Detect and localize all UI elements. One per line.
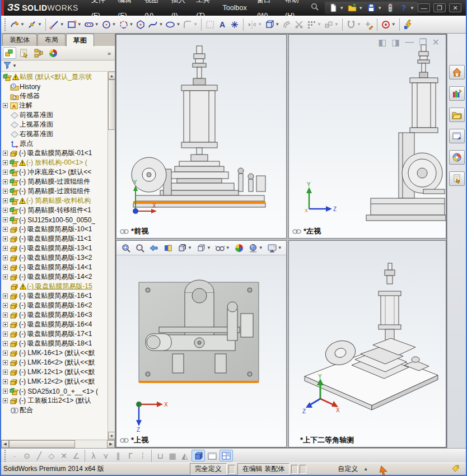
- tree-vertical-scrollbar[interactable]: ▲ ▼: [108, 72, 115, 440]
- close-button[interactable]: ✕: [449, 3, 461, 12]
- configurationmanager-tab[interactable]: [32, 47, 45, 59]
- point-button[interactable]: [228, 18, 241, 31]
- toolbar-grip[interactable]: [4, 449, 7, 463]
- save-button[interactable]: ▼: [365, 2, 383, 13]
- displaymanager-tab[interactable]: [46, 47, 60, 59]
- collinear-relation-button[interactable]: ╱: [33, 451, 45, 460]
- minimize-button[interactable]: —: [418, 3, 430, 12]
- tab-装配体[interactable]: 装配体: [2, 34, 37, 46]
- tree-item[interactable]: (-) 吸盘贴膜简易版-13<2: [1, 253, 108, 263]
- apply-scene-button[interactable]: ▼: [247, 242, 264, 254]
- doc-minimize-button[interactable]: —: [405, 37, 414, 48]
- tree-item[interactable]: 配合: [1, 405, 108, 415]
- tree-item[interactable]: (-) LMK-16<2> (默认<<默: [1, 358, 108, 367]
- tree-item[interactable]: A注解: [1, 101, 108, 110]
- expand-toggle[interactable]: [3, 389, 8, 394]
- fm-overflow-button[interactable]: »: [108, 50, 113, 57]
- expand-toggle[interactable]: [3, 189, 8, 194]
- expand-toggle[interactable]: [3, 322, 8, 327]
- smart-dimension-button[interactable]: ▼: [26, 18, 43, 31]
- tile-right-button[interactable]: ◨: [391, 37, 400, 48]
- viewport-front[interactable]: Y X *前视: [116, 34, 287, 239]
- tree-horizontal-scrollbar[interactable]: ◀ ▶: [1, 440, 115, 448]
- tree-item[interactable]: (-) 吸盘贴膜简易版-13<1: [1, 244, 108, 253]
- toolbar-grip[interactable]: [4, 18, 7, 31]
- expand-toggle[interactable]: [3, 160, 8, 165]
- tree-item[interactable]: (-) 简易贴膜-过渡辊组件: [1, 186, 108, 196]
- scroll-up-button[interactable]: ▲: [108, 72, 115, 80]
- expand-toggle[interactable]: [3, 332, 8, 337]
- rebuild-button[interactable]: [384, 2, 396, 13]
- tree-item[interactable]: (-) 吸盘贴膜简易版-16<2: [1, 301, 108, 310]
- scroll-left-button[interactable]: ◀: [1, 440, 9, 448]
- tree-item[interactable]: 传感器: [1, 91, 108, 101]
- expand-toggle[interactable]: [3, 151, 8, 156]
- menu-toolbox[interactable]: Toolbox: [218, 0, 252, 16]
- tree-item[interactable]: 右视基准面: [1, 129, 108, 139]
- expand-toggle[interactable]: [3, 217, 8, 222]
- tree-item[interactable]: (-) LMK-16<1> (默认<<默: [1, 348, 108, 358]
- tree-item[interactable]: (-) 吸盘贴膜简易版-14<2: [1, 272, 108, 282]
- edit-appearance-button[interactable]: [233, 242, 245, 254]
- expand-toggle[interactable]: [3, 293, 8, 298]
- tree-item[interactable]: (-) 吸盘贴膜简易版-16<4: [1, 320, 108, 329]
- file-explorer-tab[interactable]: [449, 108, 465, 122]
- expand-toggle[interactable]: [3, 103, 8, 108]
- view-orientation-button[interactable]: ▼: [176, 242, 193, 254]
- symmetric-relation-button[interactable]: ◇: [45, 451, 58, 460]
- expand-toggle[interactable]: [3, 265, 8, 270]
- viewport-left[interactable]: Y Z X *左视: [288, 34, 446, 239]
- zoom-fit-button[interactable]: [120, 242, 132, 254]
- tree-item[interactable]: (-) LMK-12<1> (默认<<默: [1, 367, 108, 377]
- tangent-relation-button[interactable]: λ: [87, 451, 100, 460]
- section-view-button[interactable]: [162, 242, 174, 254]
- unit-system-selector[interactable]: 自定义▲: [338, 464, 368, 474]
- expand-toggle[interactable]: [3, 208, 8, 213]
- zoom-area-button[interactable]: [134, 242, 146, 254]
- perpendicular-relation-button[interactable]: Γ: [124, 451, 137, 460]
- expand-toggle[interactable]: [3, 274, 8, 279]
- expand-toggle[interactable]: [3, 255, 8, 260]
- coincident-relation-button[interactable]: ⋎: [100, 451, 112, 460]
- sketch-button[interactable]: ▼: [8, 18, 26, 31]
- tree-item[interactable]: 前视基准面: [1, 110, 108, 120]
- restore-button[interactable]: ❐: [433, 3, 446, 12]
- view-settings-button[interactable]: ▼: [266, 242, 283, 254]
- expand-toggle[interactable]: [3, 379, 8, 384]
- vertical-points-relation-button[interactable]: ⁞: [137, 451, 149, 460]
- view-cube-button[interactable]: [192, 450, 205, 461]
- previous-view-button[interactable]: [148, 242, 160, 254]
- tree-item[interactable]: (-) 吸盘贴膜简易版-15: [1, 282, 108, 291]
- scroll-thumb[interactable]: [108, 80, 115, 130]
- tree-item[interactable]: (-) 吸盘贴膜简易版-11<1: [1, 234, 108, 244]
- appearances-scenes-tab[interactable]: [449, 150, 465, 165]
- tree-item[interactable]: (-) 吸盘贴膜简易版-01<1: [1, 148, 108, 158]
- expand-toggle[interactable]: [3, 303, 8, 308]
- tree-item[interactable]: (-) 吸盘贴膜简易版-18<1: [1, 339, 108, 348]
- corner-rectangle-button[interactable]: ▼: [66, 18, 83, 31]
- tree-item[interactable]: 贴膜 (默认<默认_显示状: [1, 72, 108, 82]
- resources-home-tab[interactable]: [449, 65, 465, 80]
- expand-toggle[interactable]: [3, 246, 8, 251]
- tree-item[interactable]: (-) 冲床底座<1> (默认<<: [1, 167, 108, 177]
- tab-草图[interactable]: 草图: [66, 34, 94, 46]
- tile-left-button[interactable]: ◧: [378, 37, 386, 48]
- filter-icon[interactable]: [3, 61, 11, 71]
- sketch-picture-button[interactable]: [402, 18, 414, 31]
- tree-item[interactable]: (-) 吸盘贴膜简易版-10<1: [1, 225, 108, 234]
- tree-item[interactable]: 原点: [1, 139, 108, 148]
- expand-toggle[interactable]: [3, 236, 8, 241]
- sketch-point-button[interactable]: ·: [8, 451, 21, 460]
- doc-close-button[interactable]: ✕: [432, 37, 440, 48]
- parallel-relation-button[interactable]: ∥: [112, 451, 124, 460]
- grid-snap-button[interactable]: ▦: [166, 451, 179, 460]
- tree-item[interactable]: (-) SDA25x10_0_+__<1> (: [1, 386, 108, 396]
- hide-show-items-button[interactable]: ▼: [214, 242, 231, 254]
- menu-插入[interactable]: 插入(I): [166, 0, 191, 24]
- expand-toggle[interactable]: [3, 179, 8, 184]
- menu-工具[interactable]: 工具(T): [191, 0, 217, 24]
- menu-编辑[interactable]: 编辑(E): [113, 0, 139, 24]
- view-palette-tab[interactable]: [449, 129, 465, 143]
- single-viewport-button[interactable]: [206, 450, 219, 461]
- doc-restore-button[interactable]: ❐: [419, 37, 427, 48]
